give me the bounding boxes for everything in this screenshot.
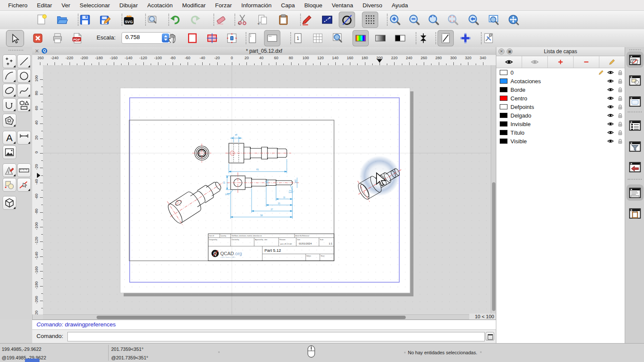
menu-editar[interactable]: Editar <box>32 0 57 11</box>
hide-all-button[interactable] <box>522 56 548 68</box>
dock-command-button[interactable] <box>629 187 641 199</box>
paper-border-button[interactable] <box>184 30 200 46</box>
dock-handle[interactable] <box>629 49 641 50</box>
zoom-window-button[interactable] <box>486 12 502 28</box>
dock-properties-button[interactable] <box>629 119 641 131</box>
layer-visibility-icon[interactable] <box>606 78 615 84</box>
save-as-button[interactable] <box>97 12 113 28</box>
zoom-page-button[interactable] <box>329 30 346 46</box>
command-input[interactable] <box>67 332 485 341</box>
text-tool[interactable]: A <box>3 131 16 145</box>
zoom-auto-button[interactable] <box>425 12 442 28</box>
redo-button[interactable] <box>187 12 204 28</box>
add-layer-button[interactable] <box>548 56 574 68</box>
pan-button[interactable] <box>505 12 522 28</box>
menu-dibujar[interactable]: Dibujar <box>115 0 143 11</box>
ellipse-tool[interactable] <box>3 84 16 97</box>
menu-ver[interactable]: Ver <box>57 0 75 11</box>
command-options-button[interactable] <box>486 332 494 341</box>
drawing-canvas[interactable]: ø8 61 <box>43 65 491 314</box>
preferences-button[interactable] <box>480 30 497 46</box>
dock-clipboard-button[interactable] <box>629 207 641 219</box>
layer-lock-icon[interactable] <box>615 87 625 93</box>
save-button[interactable] <box>77 12 93 28</box>
scale-input[interactable] <box>125 33 161 41</box>
menu-ayuda[interactable]: Ayuda <box>387 0 413 11</box>
remove-layer-button[interactable] <box>574 56 599 68</box>
auto-fit-button[interactable] <box>224 30 240 46</box>
layer-row-borde[interactable]: Borde <box>496 85 625 94</box>
zoom-selection-button[interactable] <box>445 12 461 28</box>
eraser-button[interactable] <box>213 12 229 28</box>
menu-forzar[interactable]: Forzar <box>210 0 237 11</box>
layer-row-[interactable]: 0 <box>496 68 625 77</box>
layer-lock-icon[interactable] <box>615 113 625 118</box>
layer-visibility-icon[interactable] <box>606 87 615 93</box>
layer-lock-icon[interactable] <box>615 139 625 144</box>
print-preview-button[interactable] <box>144 12 161 28</box>
horizontal-scrollbar-thumb[interactable] <box>97 316 406 319</box>
layer-lock-icon[interactable] <box>615 96 625 101</box>
menu-fichero[interactable]: Fichero <box>3 0 32 11</box>
undo-button[interactable] <box>167 12 183 28</box>
single-page-button[interactable]: 1 <box>290 30 306 46</box>
dimension-tool[interactable] <box>17 131 31 145</box>
paper-preview-button[interactable] <box>437 30 454 46</box>
zoom-in-button[interactable] <box>387 12 403 28</box>
layer-visibility-icon[interactable] <box>606 69 615 75</box>
menu-seleccionar[interactable]: Seleccionar <box>75 0 115 11</box>
layer-lock-icon[interactable] <box>615 78 625 84</box>
circle-2points-button[interactable] <box>339 12 355 28</box>
grayscale-mode-button[interactable] <box>372 30 389 46</box>
page-portrait-button[interactable] <box>244 30 261 46</box>
menu-acotacion[interactable]: Acotación <box>143 0 177 11</box>
layer-lock-icon[interactable] <box>615 70 625 75</box>
paper-crop-button[interactable] <box>204 30 220 46</box>
points-tool[interactable] <box>3 54 16 68</box>
vertical-scrollbar-thumb[interactable] <box>492 182 495 311</box>
dimension-blue-button[interactable] <box>319 12 335 28</box>
menu-diverso[interactable]: Diverso <box>358 0 387 11</box>
color-mode-button[interactable] <box>352 30 369 46</box>
layer-row-defpoints[interactable]: Defpoints <box>496 103 625 111</box>
layer-row-invisible[interactable]: Invisible <box>496 120 625 128</box>
palette-handle[interactable] <box>9 50 23 51</box>
layer-visibility-icon[interactable] <box>606 121 615 127</box>
arc-tool[interactable] <box>3 69 16 83</box>
multi-page-button[interactable] <box>310 30 326 46</box>
shapes-tool[interactable] <box>17 98 31 112</box>
measure-ruler-tool[interactable] <box>17 163 31 177</box>
layer-visibility-icon[interactable] <box>606 138 615 144</box>
zoom-previous-button[interactable] <box>465 12 482 28</box>
bw-mode-button[interactable] <box>392 30 408 46</box>
dock-layers-button[interactable] <box>629 54 641 66</box>
layer-row-acotaciones[interactable]: Acotaciones <box>496 77 625 85</box>
image-tool[interactable] <box>3 145 16 159</box>
menu-capa[interactable]: Capa <box>276 0 300 11</box>
layer-lock-icon[interactable] <box>615 130 625 136</box>
block-tool[interactable] <box>3 178 16 192</box>
menu-bloque[interactable]: Bloque <box>300 0 327 11</box>
layer-lock-icon[interactable] <box>615 121 625 127</box>
svg-export-button[interactable]: SVG <box>121 12 137 28</box>
layer-lock-icon[interactable] <box>615 104 625 110</box>
menu-ventana[interactable]: Ventana <box>327 0 358 11</box>
line-tool[interactable] <box>17 54 31 68</box>
modify-tool[interactable] <box>17 178 31 192</box>
close-document-button[interactable] <box>30 30 46 46</box>
pan-hand-button[interactable] <box>164 30 181 46</box>
dock-views-button[interactable] <box>629 95 641 107</box>
paste-button[interactable] <box>275 12 292 28</box>
snap-grid-button[interactable] <box>362 12 378 28</box>
layer-visibility-icon[interactable] <box>606 130 615 136</box>
dock-relations-button[interactable] <box>629 161 641 173</box>
dock-filter-button[interactable] <box>629 140 641 152</box>
page-landscape-button[interactable] <box>264 30 280 46</box>
draw-pencil-button[interactable] <box>299 12 315 28</box>
copy-button[interactable]: + <box>255 12 271 28</box>
layer-row-delgado[interactable]: Delgado <box>496 111 625 120</box>
print-button[interactable] <box>49 30 66 46</box>
layer-row-visible[interactable]: Visible <box>496 137 625 145</box>
zoom-out-button[interactable] <box>406 12 422 28</box>
solid-3d-tool[interactable] <box>3 196 16 210</box>
